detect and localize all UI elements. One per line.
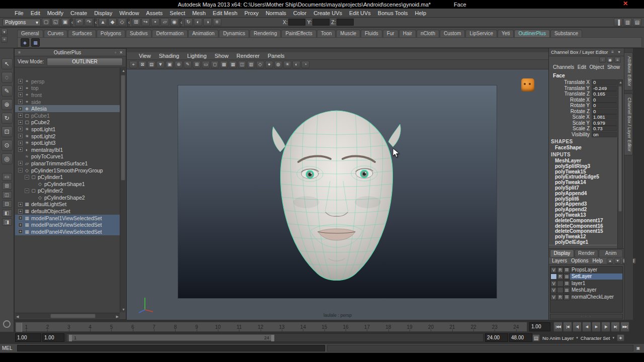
lock-camera-icon[interactable]: ⊠ xyxy=(138,61,146,68)
input-node-name[interactable]: polyAppend3 xyxy=(549,201,617,207)
shelf-menu-icon[interactable]: ≡ xyxy=(1,36,8,43)
channel-label[interactable]: Translate Y xyxy=(549,85,592,91)
planarTrimmedSurface1[interactable]: + ▱ planarTrimmedSurface1 xyxy=(15,160,120,167)
shelf-tab[interactable]: Dynamics xyxy=(219,30,249,37)
mentalrayIbl1[interactable]: + ◐ mentalrayIbl1 xyxy=(15,146,120,153)
layer-visibility-toggle[interactable]: V xyxy=(550,287,557,293)
ipr-render-icon[interactable]: ◑ xyxy=(203,18,212,26)
viewport-canvas[interactable]: laulale : persp xyxy=(127,69,548,320)
group-divider[interactable]: ‹ xyxy=(180,18,183,27)
frame-tick[interactable]: 12 xyxy=(250,322,271,331)
menu-item[interactable]: Edit xyxy=(27,10,44,16)
move-layer-down-icon[interactable]: ▾ xyxy=(614,258,621,264)
close-icon[interactable]: ✕ xyxy=(118,50,124,55)
layer-color-swatch[interactable] xyxy=(564,274,570,280)
menu-item[interactable]: Display xyxy=(91,10,116,16)
camera-attributes-icon[interactable]: ▤ xyxy=(147,61,155,68)
shelf-tab[interactable]: Rendering xyxy=(250,30,281,37)
layout-hypershade-persp[interactable]: ◨ xyxy=(2,218,12,226)
panel-menu-item[interactable]: Show xyxy=(211,53,233,59)
file-save-icon[interactable]: ▣ xyxy=(61,18,69,26)
channel-box-toggle-icon[interactable]: ▤ xyxy=(633,18,641,26)
layer-visibility-toggle[interactable]: V xyxy=(550,294,557,300)
move-layer-up-icon[interactable]: ▴ xyxy=(607,258,613,264)
input-node-name[interactable]: MeshLayer xyxy=(549,158,617,163)
frame-tick[interactable]: 1 xyxy=(16,322,37,331)
animation-end-field[interactable]: 48.00 xyxy=(509,333,532,342)
menu-item[interactable]: Proxy xyxy=(241,10,262,16)
auto-keyframe-toggle-icon[interactable]: ✦ xyxy=(617,334,624,341)
expand-toggle-icon[interactable]: − xyxy=(25,175,29,179)
pCube1[interactable]: + ▢ pCube1 xyxy=(15,112,120,119)
snap-to-grid-icon[interactable]: ⊞ xyxy=(132,18,140,26)
channel-value-field[interactable]: 0.165 xyxy=(592,91,617,97)
film-gate-icon[interactable]: ▭ xyxy=(202,61,210,68)
command-language-toggle[interactable]: MEL xyxy=(2,345,15,351)
shelf-tab[interactable]: Surfaces xyxy=(68,30,96,37)
frame-tick[interactable]: 14 xyxy=(292,322,313,331)
channel-box-menu-item[interactable]: Object xyxy=(590,64,604,70)
channel-value-field[interactable]: 1.081 xyxy=(592,114,617,120)
menu-item[interactable]: Help xyxy=(412,10,430,16)
layer-name[interactable]: layer1 xyxy=(570,281,622,287)
input-node-name[interactable]: deleteComponent15 xyxy=(549,228,617,234)
select-tool[interactable]: ↖ xyxy=(2,58,13,69)
shelf-tab[interactable]: Substance xyxy=(550,30,582,37)
resolution-gate-icon[interactable]: ◻ xyxy=(211,61,219,68)
layer-renderable-toggle[interactable] xyxy=(557,281,564,287)
textured-icon[interactable]: ◍ xyxy=(274,61,282,68)
speed-slider-icon[interactable]: ≡ xyxy=(614,57,621,63)
range-slider-track[interactable]: 1 24 xyxy=(66,333,484,342)
view-mode-button[interactable]: OUTLINER xyxy=(47,58,123,66)
bottom-left-circle-icon[interactable] xyxy=(3,320,11,328)
character-set-selector[interactable]: Character Set xyxy=(581,335,610,341)
menu-set-selector[interactable]: Polygons ▾ xyxy=(3,19,41,26)
last-tool[interactable]: ◎ xyxy=(2,153,13,164)
expand-toggle-icon[interactable]: + xyxy=(18,86,23,90)
close-icon[interactable]: ✕ xyxy=(623,0,628,7)
panel-menu-item[interactable]: Lighting xyxy=(183,53,211,59)
panel-menu-item[interactable]: Panels xyxy=(264,53,289,59)
scroll-up-icon[interactable]: ▲ xyxy=(122,69,125,72)
layer-editor-tab[interactable]: Render xyxy=(575,249,599,257)
wireframe-icon[interactable]: ◇ xyxy=(256,61,264,68)
expand-toggle-icon[interactable]: − xyxy=(25,189,29,193)
layer-list-resize-handle[interactable]: · · · xyxy=(550,314,623,319)
menu-item[interactable]: Create xyxy=(67,10,91,16)
shelf-tab[interactable]: Toon xyxy=(317,30,336,37)
menu-item[interactable]: Edit Mesh xyxy=(209,10,241,16)
layout-outliner-persp[interactable]: ◧ xyxy=(2,209,12,217)
time-slider[interactable]: 123456789101112131415161718192021222324 xyxy=(15,322,527,332)
gate-mask-icon[interactable]: ▩ xyxy=(220,61,228,68)
layer-editor-tab[interactable]: Anim xyxy=(599,249,623,257)
shelf-tab[interactable]: General xyxy=(17,30,43,37)
snap-to-plane-icon[interactable]: ▱ xyxy=(160,18,169,26)
spotLight3[interactable]: + ☀ spotLight3 xyxy=(15,139,120,146)
tab-attribute-editor[interactable]: Attribute Editor xyxy=(624,52,633,90)
shelf-item-panel[interactable]: ▦ xyxy=(31,38,40,47)
grid-icon[interactable]: ⊞ xyxy=(193,61,201,68)
channel-value-field[interactable]: on xyxy=(592,132,617,137)
undo-icon[interactable]: ↶ xyxy=(75,18,84,26)
range-slider-bar[interactable]: 1 24 xyxy=(68,334,275,341)
coordinate-input[interactable] xyxy=(337,19,354,26)
expand-toggle-icon[interactable]: + xyxy=(18,127,23,131)
frame-tick[interactable]: 6 xyxy=(122,322,143,331)
rotate-tool[interactable]: ↻ xyxy=(2,113,13,124)
pCylinder1SmoothProxyGroup[interactable]: − ◇ pCylinder1SmoothProxyGroup xyxy=(15,167,120,174)
channel-label[interactable]: Scale X xyxy=(549,114,592,120)
panel-menu-item[interactable]: View xyxy=(135,53,155,59)
pCylinder2[interactable]: − ▢ pCylinder2 xyxy=(15,188,120,195)
expand-toggle-icon[interactable]: + xyxy=(18,216,23,220)
lasso-select-tool[interactable]: ◌ xyxy=(2,72,13,83)
select-camera-icon[interactable]: ⌖ xyxy=(129,61,137,68)
go-to-start-button[interactable]: |◀◀ xyxy=(553,322,562,332)
layer-name[interactable]: SetLayer xyxy=(570,274,622,280)
layer-renderable-toggle[interactable]: R xyxy=(557,294,564,300)
redo-icon[interactable]: ↷ xyxy=(85,18,93,26)
shelf-tab[interactable]: Hair xyxy=(399,30,416,37)
menu-item[interactable]: Select xyxy=(166,10,189,16)
frame-tick[interactable]: 4 xyxy=(79,322,101,331)
side[interactable]: + ⌖ side xyxy=(15,99,120,106)
frame-tick[interactable]: 13 xyxy=(271,322,292,331)
